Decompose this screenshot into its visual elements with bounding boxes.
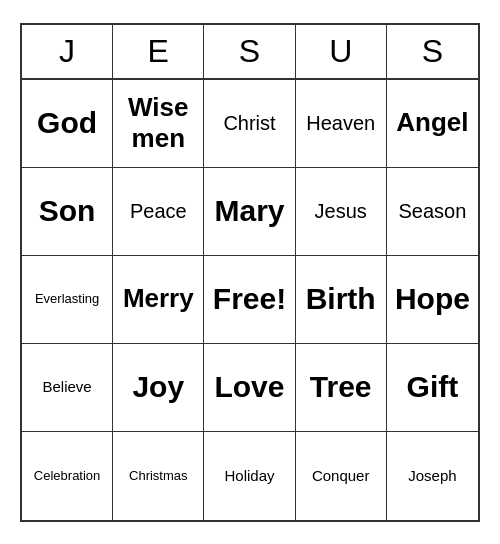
cell-1: Wise men	[113, 80, 204, 168]
cell-text-17: Love	[214, 369, 284, 405]
cell-text-0: God	[37, 105, 97, 141]
cell-text-2: Christ	[223, 111, 275, 135]
cell-text-16: Joy	[132, 369, 184, 405]
cell-text-4: Angel	[396, 107, 468, 138]
cell-23: Conquer	[296, 432, 387, 520]
cell-text-22: Holiday	[224, 467, 274, 485]
cell-text-10: Everlasting	[35, 291, 99, 307]
header-letter-U-3: U	[296, 25, 387, 78]
cell-text-18: Tree	[310, 369, 372, 405]
cell-text-5: Son	[39, 193, 96, 229]
cell-text-14: Hope	[395, 281, 470, 317]
cell-12: Free!	[204, 256, 295, 344]
cell-7: Mary	[204, 168, 295, 256]
cell-text-21: Christmas	[129, 468, 188, 484]
cell-18: Tree	[296, 344, 387, 432]
cell-text-23: Conquer	[312, 467, 370, 485]
cell-22: Holiday	[204, 432, 295, 520]
header-letter-S-2: S	[204, 25, 295, 78]
cell-0: God	[22, 80, 113, 168]
bingo-card: JESUS GodWise menChristHeavenAngelSonPea…	[20, 23, 480, 522]
cell-5: Son	[22, 168, 113, 256]
cell-17: Love	[204, 344, 295, 432]
cell-20: Celebration	[22, 432, 113, 520]
cell-3: Heaven	[296, 80, 387, 168]
cell-16: Joy	[113, 344, 204, 432]
cell-19: Gift	[387, 344, 478, 432]
bingo-grid: GodWise menChristHeavenAngelSonPeaceMary…	[22, 80, 478, 520]
header-letter-E-1: E	[113, 25, 204, 78]
cell-11: Merry	[113, 256, 204, 344]
cell-text-1: Wise men	[117, 92, 199, 154]
header-letter-S-4: S	[387, 25, 478, 78]
cell-text-7: Mary	[214, 193, 284, 229]
cell-text-19: Gift	[407, 369, 459, 405]
cell-2: Christ	[204, 80, 295, 168]
header-row: JESUS	[22, 25, 478, 80]
cell-10: Everlasting	[22, 256, 113, 344]
cell-text-8: Jesus	[315, 199, 367, 223]
cell-text-24: Joseph	[408, 467, 456, 485]
cell-15: Believe	[22, 344, 113, 432]
cell-14: Hope	[387, 256, 478, 344]
cell-text-12: Free!	[213, 281, 286, 317]
cell-text-6: Peace	[130, 199, 187, 223]
cell-9: Season	[387, 168, 478, 256]
cell-text-20: Celebration	[34, 468, 101, 484]
cell-24: Joseph	[387, 432, 478, 520]
cell-13: Birth	[296, 256, 387, 344]
cell-text-15: Believe	[42, 378, 91, 396]
cell-text-3: Heaven	[306, 111, 375, 135]
cell-8: Jesus	[296, 168, 387, 256]
cell-text-13: Birth	[306, 281, 376, 317]
cell-6: Peace	[113, 168, 204, 256]
cell-4: Angel	[387, 80, 478, 168]
cell-text-11: Merry	[123, 283, 194, 314]
cell-21: Christmas	[113, 432, 204, 520]
cell-text-9: Season	[398, 199, 466, 223]
header-letter-J-0: J	[22, 25, 113, 78]
